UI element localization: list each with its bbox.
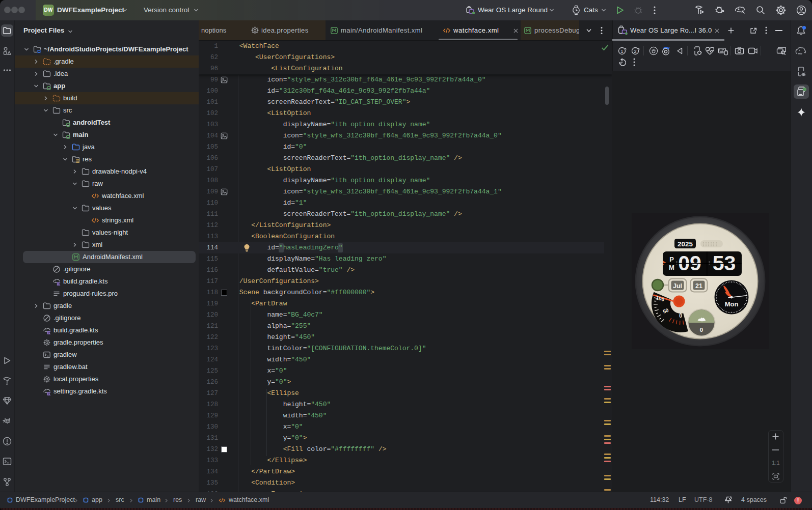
svg-text:M: M — [669, 264, 674, 271]
svg-text:0: 0 — [700, 327, 703, 333]
svg-text:21: 21 — [695, 282, 702, 290]
svg-text:Jul: Jul — [673, 282, 682, 290]
svg-text:1: 1 — [620, 48, 623, 54]
svg-text:2: 2 — [634, 48, 636, 54]
svg-text:0: 0 — [679, 313, 682, 319]
svg-text:P: P — [669, 256, 674, 263]
svg-text:Mon: Mon — [725, 300, 739, 308]
svg-text:2025: 2025 — [678, 240, 693, 248]
